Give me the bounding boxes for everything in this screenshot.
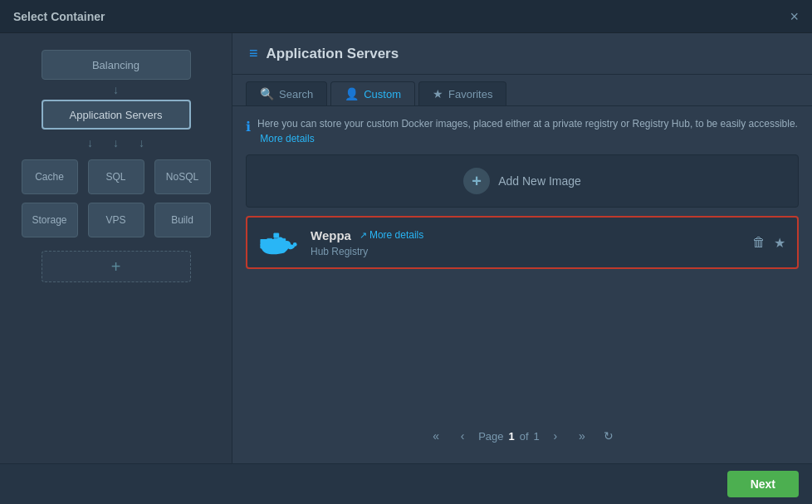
svg-rect-7 [274,233,279,238]
sidebar-node-balancing[interactable]: Balancing [42,50,191,80]
info-bar: ℹ Here you can store your custom Docker … [246,116,799,146]
favorites-icon: ★ [433,87,443,100]
dialog-title: Select Container [13,10,105,23]
sidebar-node-app-servers[interactable]: Application Servers [42,100,191,130]
sidebar-node-storage[interactable]: Storage [22,203,78,237]
sidebar-node-sql[interactable]: SQL [88,159,144,194]
section-icon: ≡ [249,45,258,62]
content-spacer [246,277,799,410]
image-name: Weppa [311,228,351,242]
tab-favorites[interactable]: ★ Favorites [418,81,506,105]
docker-logo-icon [259,226,299,259]
image-actions: 🗑 ★ [752,235,785,251]
main-header: ≡ Application Servers [232,33,812,75]
total-pages: 1 [534,430,540,443]
tab-search-label: Search [279,88,313,100]
sidebar-node-vps[interactable]: VPS [88,203,144,237]
select-container-dialog: Select Container × Balancing ↓ Applicati… [0,0,812,504]
arrow-down-1: ↓ [87,136,93,149]
tab-custom[interactable]: 👤 Custom [330,81,415,105]
arrow-down-3: ↓ [139,136,144,149]
info-icon: ℹ [246,117,251,137]
pagination: « ‹ Page 1 of 1 › » ↻ [246,418,799,453]
tab-content: ℹ Here you can store your custom Docker … [232,106,812,463]
tab-search[interactable]: 🔍 Search [246,81,327,105]
image-list-item: Weppa ↗ More details Hub Registry 🗑 ★ [246,216,799,269]
arrow-down-balancing: ↓ [113,83,119,96]
sidebar: Balancing ↓ Application Servers ↓ ↓ ↓ Ca… [0,33,232,463]
dialog-header: Select Container × [0,0,812,33]
tab-custom-label: Custom [364,88,401,100]
image-info: Weppa ↗ More details Hub Registry [311,228,741,257]
prev-page-button[interactable]: ‹ [452,425,473,447]
favorite-star-icon[interactable]: ★ [774,235,785,251]
section-title: Application Servers [267,46,399,62]
tab-favorites-label: Favorites [448,88,492,100]
more-details-link[interactable]: More details [260,133,314,144]
delete-icon[interactable]: 🗑 [752,235,766,250]
svg-point-8 [293,242,297,247]
current-page: 1 [509,430,515,443]
next-button[interactable]: Next [727,471,799,497]
info-text: Here you can store your custom Docker im… [257,118,798,130]
of-label: of [520,430,529,443]
grid-row-1: Cache SQL NoSQL [22,159,211,194]
sidebar-node-cache[interactable]: Cache [22,159,78,194]
grid-row-2: Storage VPS Build [22,203,211,237]
close-icon[interactable]: × [790,9,799,24]
image-name-row: Weppa ↗ More details [311,228,741,242]
tabs-bar: 🔍 Search 👤 Custom ★ Favorites [232,75,812,106]
arrow-down-2: ↓ [113,136,119,149]
external-link-icon: ↗ [360,230,367,241]
sidebar-node-nosql[interactable]: NoSQL [154,159,211,194]
dialog-footer: Next [0,463,812,504]
add-circle-icon: + [463,168,490,194]
custom-icon: 👤 [345,87,359,100]
last-page-button[interactable]: » [571,425,593,447]
refresh-button[interactable]: ↻ [598,425,619,447]
image-registry: Hub Registry [311,246,741,257]
page-label: Page [478,430,503,443]
add-image-label: Add New Image [498,174,581,188]
add-node-button[interactable]: + [42,251,191,282]
image-more-details-link[interactable]: ↗ More details [360,229,423,241]
first-page-button[interactable]: « [425,425,447,447]
sidebar-node-build[interactable]: Build [154,203,211,237]
arrow-row: ↓ ↓ ↓ [87,133,144,153]
add-new-image-button[interactable]: + Add New Image [246,154,799,208]
search-icon: 🔍 [260,87,274,100]
main-content: ≡ Application Servers 🔍 Search 👤 Custom … [232,33,812,463]
next-page-button[interactable]: › [545,425,566,447]
dialog-body: Balancing ↓ Application Servers ↓ ↓ ↓ Ca… [0,33,812,463]
